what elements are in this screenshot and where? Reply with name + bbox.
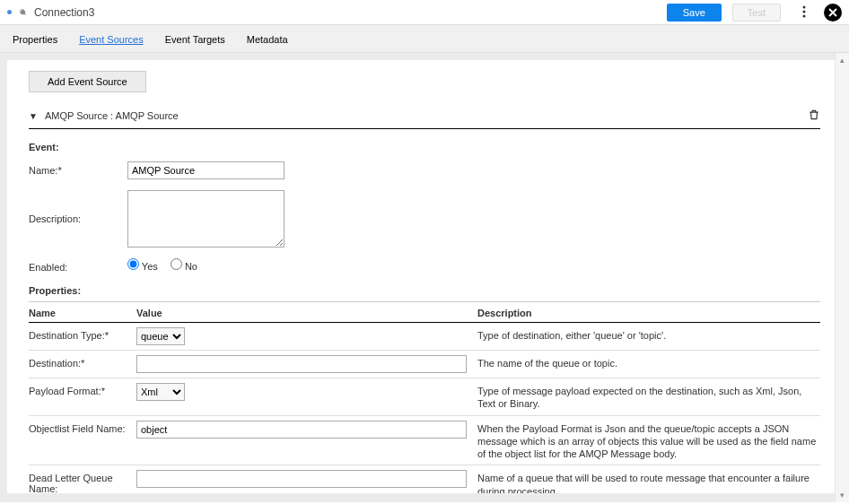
- source-section-header: ▼ AMQP Source : AMQP Source: [29, 109, 820, 129]
- content-outer: Add Event Source ▼ AMQP Source : AMQP So…: [0, 53, 849, 502]
- save-button[interactable]: Save: [667, 4, 722, 22]
- prop-desc: Type of destination, either 'queue' or '…: [477, 327, 820, 342]
- more-menu-icon[interactable]: [795, 5, 813, 20]
- collapse-caret-icon[interactable]: ▼: [29, 111, 38, 121]
- prop-desc: When the Payload Format is Json and the …: [477, 421, 820, 461]
- tabs-bar: Properties Event Sources Event Targets M…: [0, 25, 849, 53]
- enabled-label: Enabled:: [29, 258, 127, 273]
- enabled-no-text: No: [185, 261, 197, 272]
- objectlist-field-name-field[interactable]: [136, 421, 467, 439]
- enabled-yes-radio[interactable]: [127, 258, 139, 270]
- prop-desc: Name of a queue that will be used to rou…: [477, 470, 820, 493]
- destination-type-select[interactable]: queue: [136, 327, 185, 345]
- enabled-yes-text: Yes: [142, 261, 158, 272]
- prop-desc: Type of message payload expected on the …: [477, 383, 820, 411]
- col-header-description: Description: [477, 308, 820, 318]
- scroll-down-icon[interactable]: ▾: [836, 488, 850, 502]
- scrollbar[interactable]: ▴ ▾: [835, 53, 849, 502]
- name-label: Name:*: [29, 161, 127, 176]
- prop-desc: The name of the queue or topic.: [477, 355, 820, 369]
- dead-letter-queue-field[interactable]: [136, 470, 467, 488]
- scroll-up-icon[interactable]: ▴: [836, 53, 850, 67]
- col-header-name: Name: [29, 308, 136, 318]
- table-row: Dead Letter Queue Name: Name of a queue …: [29, 465, 820, 493]
- page-title: Connection3: [34, 6, 121, 19]
- col-header-value: Value: [136, 308, 477, 318]
- svg-point-1: [803, 10, 806, 13]
- add-event-source-button[interactable]: Add Event Source: [29, 71, 146, 92]
- svg-point-2: [803, 14, 806, 17]
- source-section-title: AMQP Source : AMQP Source: [45, 110, 801, 121]
- destination-field[interactable]: [136, 355, 467, 373]
- prop-name-objectlist: Objectlist Field Name:: [29, 421, 136, 434]
- tab-event-sources[interactable]: Event Sources: [79, 34, 144, 52]
- table-row: Destination:* The name of the queue or t…: [29, 351, 820, 378]
- tab-metadata[interactable]: Metadata: [247, 34, 288, 52]
- connection-icon: [14, 4, 32, 22]
- description-field[interactable]: [127, 190, 284, 248]
- svg-point-0: [803, 5, 806, 8]
- tab-event-targets[interactable]: Event Targets: [165, 34, 225, 52]
- prop-name-dlq: Dead Letter Queue Name:: [29, 470, 136, 493]
- enabled-no-option[interactable]: No: [171, 258, 197, 272]
- tab-properties[interactable]: Properties: [13, 34, 57, 52]
- test-button: Test: [732, 4, 781, 22]
- prop-name-destination-type: Destination Type:*: [29, 327, 136, 341]
- row-enabled: Enabled: Yes No: [29, 258, 820, 273]
- prop-name-payload-format: Payload Format:*: [29, 383, 136, 396]
- unsaved-indicator-icon: [7, 10, 12, 14]
- event-heading: Event:: [29, 142, 820, 152]
- table-row: Destination Type:* queue Type of destina…: [29, 323, 820, 351]
- enabled-yes-option[interactable]: Yes: [127, 258, 158, 272]
- content-panel: Add Event Source ▼ AMQP Source : AMQP So…: [7, 60, 842, 493]
- row-name: Name:*: [29, 161, 820, 179]
- description-label: Description:: [29, 190, 127, 224]
- properties-heading: Properties:: [29, 285, 820, 296]
- table-row: Objectlist Field Name: When the Payload …: [29, 416, 820, 466]
- payload-format-select[interactable]: Xml: [136, 383, 185, 401]
- properties-header-row: Name Value Description: [29, 301, 820, 323]
- enabled-no-radio[interactable]: [171, 258, 182, 270]
- close-icon[interactable]: [824, 4, 842, 22]
- tab-close-area[interactable]: [127, 6, 139, 19]
- title-bar: Connection3 Save Test: [0, 0, 849, 25]
- name-field[interactable]: [127, 161, 284, 179]
- delete-source-icon[interactable]: [808, 109, 820, 123]
- row-description: Description:: [29, 190, 820, 248]
- table-row: Payload Format:* Xml Type of message pay…: [29, 378, 820, 416]
- prop-name-destination: Destination:*: [29, 355, 136, 369]
